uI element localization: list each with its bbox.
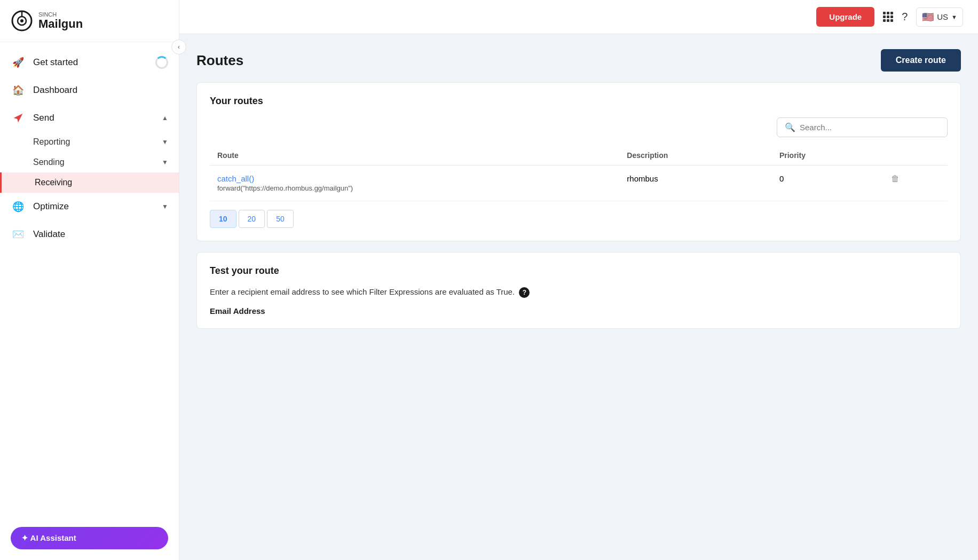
validate-icon: ✉️ xyxy=(11,227,26,242)
upgrade-button[interactable]: Upgrade xyxy=(816,7,874,27)
sidebar-item-validate[interactable]: ✉️ Validate xyxy=(0,220,179,248)
email-address-label: Email Address xyxy=(210,306,948,316)
page-title: Routes xyxy=(196,52,243,69)
test-route-title: Test your route xyxy=(210,265,948,277)
search-input[interactable] xyxy=(800,123,940,132)
header: Upgrade ? 🇺🇸 US ▼ xyxy=(179,0,978,34)
page-size-50-button[interactable]: 50 xyxy=(267,210,294,228)
home-icon: 🏠 xyxy=(11,83,26,98)
locale-label: US xyxy=(937,12,948,21)
help-circle-icon[interactable]: ? xyxy=(902,11,908,23)
sidebar-item-optimize-label: Optimize xyxy=(33,201,162,212)
create-route-button[interactable]: Create route xyxy=(881,49,961,72)
logo-area: SINCH Mailgun xyxy=(0,0,179,42)
sidebar-item-validate-label: Validate xyxy=(33,229,168,240)
route-name-link[interactable]: catch_all() xyxy=(217,174,612,183)
page-header: Routes Create route xyxy=(196,49,961,72)
us-flag-icon: 🇺🇸 xyxy=(922,11,934,23)
spinner-icon xyxy=(155,56,168,69)
help-tooltip-icon[interactable]: ? xyxy=(519,287,530,298)
sidebar-item-send-label: Send xyxy=(33,113,162,123)
description-col-header: Description xyxy=(619,146,772,165)
description-cell: rhombus xyxy=(619,165,772,201)
header-icons: ? xyxy=(883,11,908,23)
sidebar-item-dashboard[interactable]: 🏠 Dashboard xyxy=(0,76,179,104)
locale-selector[interactable]: 🇺🇸 US ▼ xyxy=(916,7,963,27)
sidebar-collapse-button[interactable]: ‹ xyxy=(171,40,186,54)
sidebar-item-get-started[interactable]: 🚀 Get started xyxy=(0,49,179,76)
page-size-10-button[interactable]: 10 xyxy=(210,210,236,228)
sidebar-item-reporting-label: Reporting xyxy=(33,137,162,147)
content: Routes Create route Your routes 🔍 Route … xyxy=(179,34,978,560)
send-chevron-icon: ▲ xyxy=(162,114,168,122)
table-row: catch_all() forward("https://demo.rhombu… xyxy=(210,165,948,201)
test-route-card: Test your route Enter a recipient email … xyxy=(196,252,961,329)
test-route-description: Enter a recipient email address to see w… xyxy=(210,287,948,298)
actions-col-header xyxy=(884,146,948,165)
optimize-chevron-icon: ▼ xyxy=(162,203,168,210)
sidebar-item-get-started-label: Get started xyxy=(33,57,155,68)
locale-chevron-icon: ▼ xyxy=(951,14,957,20)
apps-grid-icon[interactable] xyxy=(883,12,893,22)
sidebar-item-send[interactable]: Send ▲ xyxy=(0,104,179,132)
page-size-20-button[interactable]: 20 xyxy=(239,210,265,228)
sidebar-item-dashboard-label: Dashboard xyxy=(33,85,168,96)
ai-assistant-button[interactable]: ✦ AI Assistant xyxy=(11,527,168,549)
sending-chevron-icon: ▼ xyxy=(162,159,168,166)
route-col-header: Route xyxy=(210,146,619,165)
search-icon: 🔍 xyxy=(785,122,795,132)
delete-route-icon[interactable]: 🗑 xyxy=(891,174,900,183)
logo-text: SINCH Mailgun xyxy=(38,11,83,30)
rocket-icon: 🚀 xyxy=(11,55,26,70)
mailgun-label: Mailgun xyxy=(38,18,83,30)
sidebar-item-sending-label: Sending xyxy=(33,157,162,167)
optimize-icon: 🌐 xyxy=(11,199,26,214)
sidebar: SINCH Mailgun ‹ 🚀 Get started 🏠 Dashboar… xyxy=(0,0,179,560)
routes-table: Route Description Priority catch_all() f… xyxy=(210,146,948,201)
your-routes-title: Your routes xyxy=(210,96,948,107)
pagination: 10 20 50 xyxy=(210,210,948,228)
svg-point-2 xyxy=(20,19,23,22)
sidebar-item-sending[interactable]: Sending ▼ xyxy=(0,152,179,172)
send-icon xyxy=(11,111,26,125)
main-wrapper: Upgrade ? 🇺🇸 US ▼ Routes Create route Yo… xyxy=(179,0,978,560)
your-routes-card: Your routes 🔍 Route Description Priority xyxy=(196,82,961,241)
sidebar-item-receiving-label: Receiving xyxy=(35,178,168,187)
sidebar-item-reporting[interactable]: Reporting ▼ xyxy=(0,132,179,152)
route-sub-text: forward("https://demo.rhombus.gg/mailgun… xyxy=(217,184,353,192)
priority-col-header: Priority xyxy=(772,146,884,165)
sidebar-item-receiving[interactable]: Receiving xyxy=(0,172,179,193)
sidebar-item-optimize[interactable]: 🌐 Optimize ▼ xyxy=(0,193,179,220)
mailgun-logo-icon xyxy=(11,10,33,32)
actions-cell: 🗑 xyxy=(884,165,948,201)
route-cell: catch_all() forward("https://demo.rhombu… xyxy=(210,165,619,201)
reporting-chevron-icon: ▼ xyxy=(162,138,168,146)
priority-cell: 0 xyxy=(772,165,884,201)
nav-items: 🚀 Get started 🏠 Dashboard Send ▲ Reporti… xyxy=(0,42,179,518)
search-box: 🔍 xyxy=(777,117,948,137)
search-container: 🔍 xyxy=(210,117,948,137)
